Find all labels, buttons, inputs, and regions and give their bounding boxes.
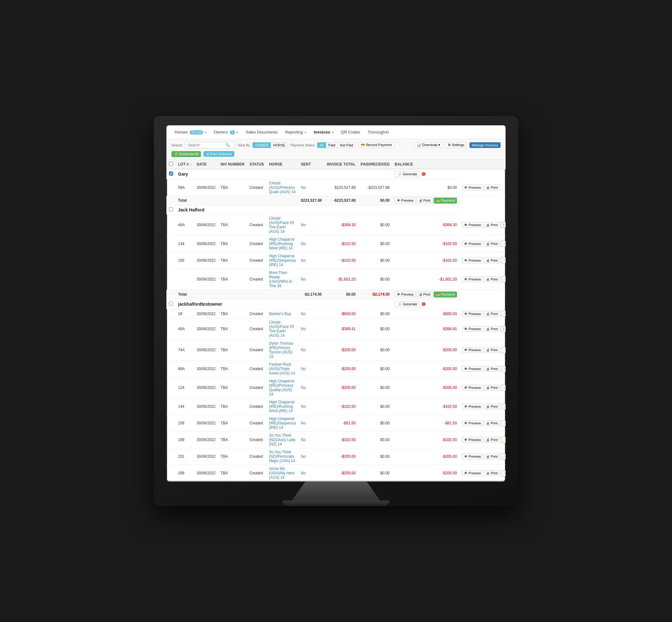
download-btn[interactable]: 📊 Download ▾ — [414, 142, 443, 148]
sent-cell[interactable]: No — [298, 448, 324, 465]
horse-cell[interactable]: High Chaparral (IRE)/Sequenza (IRE) 14 — [267, 415, 298, 431]
horse-cell[interactable]: Banker's Buy — [267, 309, 298, 318]
print-selected-btn[interactable]: 🖨 Print Selected — [204, 151, 235, 157]
horse-link[interactable]: Uncle Mo (USA)/My Hero (AUS) 14 — [269, 466, 294, 480]
sent-cell[interactable]: No — [298, 179, 324, 196]
preview-btn[interactable]: 👁 Preview — [462, 347, 483, 353]
horse-link[interactable]: Choisir (AUS)/Face Of The Earth (AUS) 14 — [269, 216, 294, 234]
sent-link[interactable]: No — [301, 421, 306, 425]
sent-link[interactable]: No — [301, 277, 306, 281]
print-btn[interactable]: 🖨 Print — [484, 311, 500, 317]
nav-thoroughai[interactable]: ThoroughAI — [364, 129, 392, 136]
horse-link[interactable]: Choisir (AUS)/Princess Qualo (AUS) 14 — [269, 181, 296, 194]
horse-link[interactable]: High Chaparral (IRE)/Sequenza (IRE) 14 — [269, 254, 296, 267]
search-box[interactable]: 🔍 — [185, 142, 235, 148]
horse-cell[interactable]: High Chaparral (IRE)/Sequenza (IRE) 14 — [267, 252, 298, 269]
nav-sales-documents[interactable]: Sales Documents — [242, 129, 281, 136]
sent-cell[interactable]: No — [298, 360, 324, 377]
horse-link[interactable]: High Chaparral (IRE)/Princess Quality (A… — [269, 379, 294, 396]
print-btn[interactable]: 🖨 Print — [484, 185, 500, 191]
preview-btn[interactable]: 👁 Preview — [462, 311, 483, 317]
print-btn[interactable]: 🖨 Print — [484, 276, 500, 282]
sent-cell[interactable]: No — [298, 340, 324, 360]
preview-btn[interactable]: 👁 Preview — [462, 420, 483, 426]
sent-cell[interactable]: No — [298, 252, 324, 269]
print-btn[interactable]: 🖨 Print — [484, 366, 500, 372]
preview-btn[interactable]: 👁 Preview — [395, 291, 416, 297]
sent-link[interactable]: No — [301, 348, 306, 352]
preview-btn[interactable]: 👁 Preview — [462, 470, 483, 476]
horse-link[interactable]: High Chaparral (IRE)/Sequenza (IRE) 14 — [269, 417, 296, 430]
owner-checkbox[interactable] — [169, 172, 173, 176]
preview-btn[interactable]: 👁 Preview — [462, 185, 483, 191]
print-btn[interactable]: 🖨 Print — [484, 326, 500, 332]
preview-btn[interactable]: 👁 Preview — [462, 276, 483, 282]
print-btn[interactable]: 🖨 Print — [484, 241, 500, 247]
print-btn[interactable]: 🖨 Print — [417, 291, 433, 297]
sent-link[interactable]: No — [301, 185, 306, 190]
horse-cell[interactable]: High Chaparral (IRE)/Rushing Wind (IRE) … — [267, 235, 298, 252]
horse-cell[interactable]: So You Think (NZ)/Pectoralis Major (USA)… — [267, 448, 298, 465]
preview-btn[interactable]: 👁 Preview — [462, 257, 483, 263]
generate-btn[interactable]: ⚡ Generate — [395, 301, 420, 307]
sent-link[interactable]: No — [301, 327, 306, 331]
sent-cell[interactable]: No — [298, 318, 324, 340]
preview-btn[interactable]: 👁 Preview — [462, 222, 483, 228]
horse-cell[interactable]: More Than Ready (USA)/Who Is This 16 — [267, 269, 298, 290]
owner-checkbox[interactable] — [169, 302, 173, 306]
sent-cell[interactable]: No — [298, 415, 324, 431]
print-btn[interactable]: 🖨 Print — [484, 420, 500, 426]
horse-link[interactable]: More Than Ready (USA)/Who Is This 16 — [269, 271, 292, 288]
horse-link[interactable]: Banker's Buy — [269, 312, 291, 316]
all-btn[interactable]: All — [317, 142, 326, 148]
sent-cell[interactable]: No — [298, 377, 324, 398]
manage-invoices-btn[interactable]: Manage Invoices — [469, 142, 500, 148]
generate-all-btn[interactable]: ⚡ Generate All — [172, 151, 201, 157]
nav-owners[interactable]: Owners 9 ▾ — [211, 129, 242, 136]
horse-cell[interactable]: So You Think (NZ)/Juicy Lady (NZ) 14 — [267, 431, 298, 448]
sent-cell[interactable]: No — [298, 465, 324, 482]
settings-btn[interactable]: ⚙ Settings — [445, 142, 467, 148]
not-paid-btn[interactable]: Not Paid — [338, 142, 356, 148]
print-btn[interactable]: 🖨 Print — [484, 470, 500, 476]
horse-link[interactable]: High Chaparral (IRE)/Rushing Wind (IRE) … — [269, 400, 294, 413]
paid-btn[interactable]: Paid — [326, 142, 338, 148]
print-btn[interactable]: 🖨 Print — [484, 257, 500, 263]
sent-link[interactable]: No — [301, 454, 306, 459]
sent-link[interactable]: No — [301, 471, 306, 475]
col-lot[interactable]: LOT # ↑ — [176, 160, 194, 169]
nav-reporting[interactable]: Reporting ▾ — [282, 129, 309, 136]
search-input[interactable] — [188, 143, 225, 147]
horse-link[interactable]: High Chaparral (IRE)/Rushing Wind (IRE) … — [269, 237, 294, 250]
payment-btn[interactable]: 💳 Payment — [434, 291, 457, 298]
horse-cell[interactable]: High Chaparral (IRE)/Princess Quality (A… — [267, 377, 298, 398]
sent-cell[interactable]: No — [298, 235, 324, 252]
sent-link[interactable]: No — [301, 242, 306, 246]
preview-btn[interactable]: 👁 Preview — [462, 437, 483, 443]
horse-link[interactable]: So You Think (NZ)/Juicy Lady (NZ) 14 — [269, 433, 295, 446]
preview-btn[interactable]: 👁 Preview — [462, 385, 483, 390]
horse-cell[interactable]: Choisir (AUS)/Face Of The Earth (AUS) 14 — [267, 318, 298, 340]
preview-btn[interactable]: 👁 Preview — [462, 454, 483, 459]
horse-link[interactable]: Fastnet Rock (AUS)/Triple Asset (AUS) 14 — [269, 362, 295, 375]
horse-cell[interactable]: Fastnet Rock (AUS)/Triple Asset (AUS) 14 — [267, 360, 298, 377]
preview-btn[interactable]: 👁 Preview — [395, 198, 416, 203]
payment-btn[interactable]: 💳 Payment — [434, 198, 457, 204]
owner-checkbox[interactable] — [169, 207, 173, 211]
sent-link[interactable]: No — [301, 404, 306, 409]
nav-horses[interactable]: Horses 45/1wd ▾ — [172, 129, 209, 136]
print-btn[interactable]: 🖨 Print — [484, 222, 500, 228]
nav-invoices[interactable]: Invoices ▾ — [311, 129, 337, 136]
sent-link[interactable]: No — [301, 312, 306, 316]
generate-btn[interactable]: ⚡ Generate — [395, 171, 420, 177]
nav-qr-codes[interactable]: QR Codes — [338, 129, 363, 136]
horse-link[interactable]: So You Think (NZ)/Pectoralis Major (USA)… — [269, 450, 295, 463]
print-btn[interactable]: 🖨 Print — [484, 385, 500, 390]
horse-link[interactable]: Dylan Thomas (IRE)/Victory Tycoon (AUS) … — [269, 341, 293, 359]
print-btn[interactable]: 🖨 Print — [484, 404, 500, 409]
sent-link[interactable]: No — [301, 223, 306, 227]
preview-btn[interactable]: 👁 Preview — [462, 241, 483, 247]
preview-btn[interactable]: 👁 Preview — [462, 326, 483, 332]
sent-link[interactable]: No — [301, 385, 306, 390]
preview-btn[interactable]: 👁 Preview — [462, 404, 483, 409]
